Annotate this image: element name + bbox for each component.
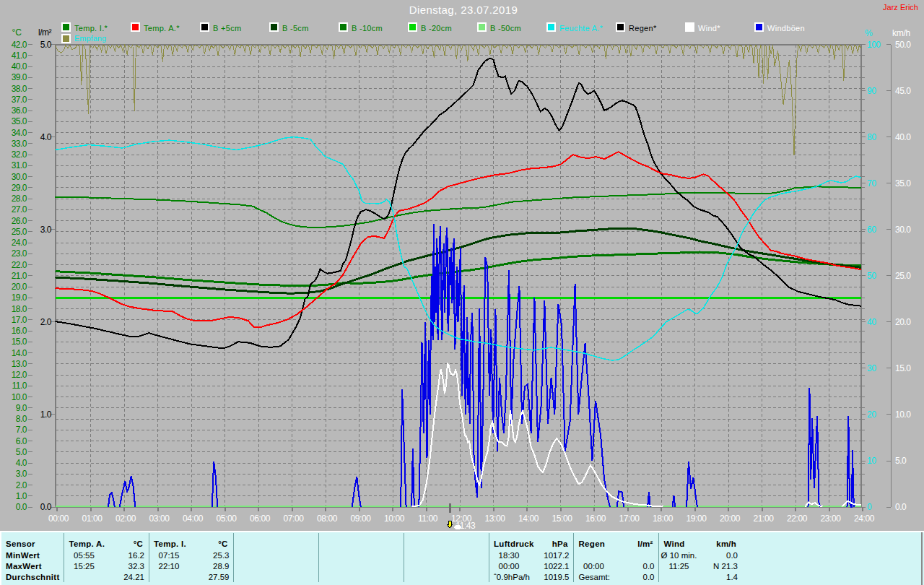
- svg-text:20: 20: [867, 410, 876, 420]
- svg-text:05:00: 05:00: [216, 514, 237, 524]
- svg-text:24.0: 24.0: [12, 238, 27, 248]
- svg-text:Empfang: Empfang: [74, 34, 106, 43]
- svg-text:16.0: 16.0: [12, 326, 27, 336]
- svg-text:N 21.3: N 21.3: [713, 562, 738, 571]
- svg-text:08:00: 08:00: [317, 514, 338, 524]
- svg-text:3.0: 3.0: [16, 469, 27, 479]
- svg-text:Ø 10 min.: Ø 10 min.: [661, 551, 697, 560]
- svg-text:B -20cm: B -20cm: [421, 24, 452, 32]
- svg-text:25.0: 25.0: [895, 271, 911, 281]
- svg-text:14.0: 14.0: [12, 348, 27, 358]
- svg-text:11:00: 11:00: [418, 514, 438, 524]
- svg-text:35.0: 35.0: [12, 116, 27, 126]
- svg-text:7.0: 7.0: [16, 425, 27, 435]
- svg-text:07:15: 07:15: [159, 551, 180, 560]
- svg-text:1017.2: 1017.2: [544, 551, 569, 560]
- svg-text:0.0: 0.0: [643, 562, 655, 571]
- svg-text:Sensor: Sensor: [6, 540, 35, 548]
- svg-text:l/m²: l/m²: [637, 540, 653, 548]
- svg-text:50.0: 50.0: [895, 40, 911, 50]
- svg-text:09:00: 09:00: [350, 514, 371, 524]
- svg-text:20.0: 20.0: [12, 282, 27, 292]
- svg-text:10.0: 10.0: [895, 410, 911, 420]
- svg-text:34.0: 34.0: [12, 128, 27, 138]
- svg-text:20:00: 20:00: [720, 514, 741, 524]
- svg-text:25.0: 25.0: [12, 227, 27, 237]
- svg-text:Temp. I.: Temp. I.: [154, 540, 186, 548]
- svg-text:B -50cm: B -50cm: [490, 24, 521, 32]
- svg-text:15:25: 15:25: [74, 562, 95, 571]
- svg-text:33.0: 33.0: [12, 139, 27, 149]
- svg-text:10.0: 10.0: [12, 392, 27, 402]
- svg-text:Windböen: Windböen: [767, 24, 805, 32]
- svg-text:45.0: 45.0: [895, 86, 911, 96]
- svg-text:25.3: 25.3: [213, 551, 229, 560]
- svg-text:Feuchte A.*: Feuchte A.*: [559, 24, 603, 32]
- svg-text:21:00: 21:00: [753, 514, 774, 524]
- svg-text:11.0: 11.0: [12, 381, 27, 391]
- svg-text:17:00: 17:00: [619, 514, 640, 524]
- svg-text:0.0: 0.0: [643, 573, 655, 581]
- svg-text:40: 40: [867, 317, 876, 327]
- svg-text:Dienstag, 23.07.2019: Dienstag, 23.07.2019: [409, 4, 518, 16]
- svg-text:14:00: 14:00: [518, 514, 539, 524]
- svg-text:12.0: 12.0: [12, 370, 27, 380]
- svg-text:22:00: 22:00: [787, 514, 808, 524]
- svg-text:26.0: 26.0: [12, 216, 27, 226]
- svg-text:32.3: 32.3: [128, 562, 144, 571]
- svg-text:19:00: 19:00: [686, 514, 707, 524]
- svg-text:39.0: 39.0: [12, 72, 27, 82]
- svg-text:4.0: 4.0: [16, 458, 27, 468]
- svg-text:1.0: 1.0: [16, 491, 27, 501]
- svg-text:30.0: 30.0: [12, 172, 27, 182]
- svg-text:8.0: 8.0: [16, 414, 27, 424]
- svg-text:Luftdruck: Luftdruck: [494, 540, 534, 548]
- svg-text:hPa: hPa: [552, 540, 568, 548]
- svg-text:Temp. I.*: Temp. I.*: [74, 24, 108, 32]
- svg-text:37.0: 37.0: [12, 95, 27, 105]
- svg-text:16:00: 16:00: [585, 514, 606, 524]
- svg-text:23.0: 23.0: [12, 248, 27, 259]
- svg-text:0.0: 0.0: [40, 502, 52, 512]
- svg-text:km/h: km/h: [892, 28, 910, 38]
- svg-text:Wind: Wind: [664, 540, 685, 548]
- svg-text:04:00: 04:00: [183, 514, 204, 524]
- svg-text:16.2: 16.2: [128, 551, 144, 560]
- svg-text:5.0: 5.0: [16, 447, 27, 457]
- svg-text:13.0: 13.0: [12, 359, 27, 369]
- svg-text:%: %: [865, 28, 873, 38]
- svg-text:10:00: 10:00: [384, 514, 405, 524]
- svg-text:100: 100: [867, 40, 881, 50]
- svg-text:10: 10: [867, 456, 876, 466]
- svg-text:1.4: 1.4: [726, 573, 738, 581]
- svg-text:18:30: 18:30: [499, 551, 520, 560]
- svg-text:6.0: 6.0: [16, 436, 27, 446]
- svg-text:0: 0: [867, 502, 872, 512]
- svg-text:02:00: 02:00: [116, 514, 136, 524]
- svg-text:0.0: 0.0: [895, 502, 907, 512]
- svg-text:20.0: 20.0: [895, 317, 911, 327]
- svg-text:22.0: 22.0: [12, 260, 27, 270]
- svg-text:l/m²: l/m²: [38, 27, 51, 38]
- svg-text:11:25: 11:25: [669, 562, 689, 571]
- svg-text:42.0: 42.0: [12, 40, 27, 50]
- svg-text:3.0: 3.0: [40, 225, 52, 235]
- svg-text:21.0: 21.0: [12, 271, 27, 281]
- svg-text:17.0: 17.0: [12, 315, 27, 325]
- svg-text:Wind*: Wind*: [698, 24, 720, 32]
- svg-text:Regen*: Regen*: [629, 24, 657, 32]
- svg-text:°C: °C: [134, 540, 143, 548]
- svg-text:24.21: 24.21: [123, 573, 144, 581]
- svg-text:32.0: 32.0: [12, 150, 27, 160]
- svg-text:MinWert: MinWert: [6, 551, 40, 560]
- svg-text:23:00: 23:00: [820, 514, 841, 524]
- svg-text:Regen: Regen: [579, 540, 606, 548]
- svg-text:1022.1: 1022.1: [544, 562, 569, 571]
- svg-text:15:00: 15:00: [552, 514, 572, 524]
- svg-text:36.0: 36.0: [12, 105, 27, 116]
- svg-text:29.0: 29.0: [12, 183, 27, 193]
- svg-text:B +5cm: B +5cm: [213, 24, 241, 32]
- svg-text:Temp. A.: Temp. A.: [69, 540, 105, 548]
- svg-text:2.0: 2.0: [40, 317, 52, 327]
- svg-text:03:00: 03:00: [149, 514, 170, 524]
